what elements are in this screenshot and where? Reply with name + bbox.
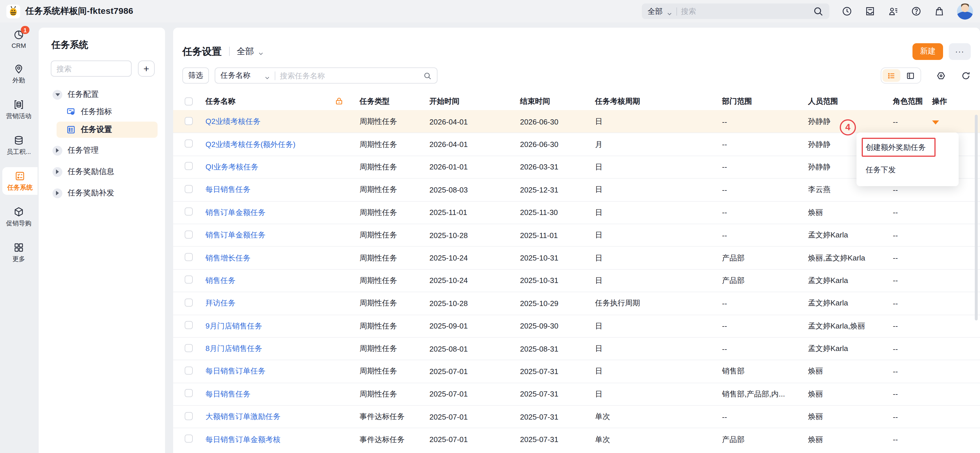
task-name-link[interactable]: 每日销售任务: [205, 185, 250, 194]
rail-item-promo-guide[interactable]: 促销导购: [0, 203, 38, 231]
cell-task-type: 周期性任务: [360, 207, 430, 218]
row-checkbox[interactable]: [185, 321, 193, 329]
table-row[interactable]: 每日销售订单金额考核 事件达标任务 2025-07-01 2025-07-31 …: [173, 428, 980, 451]
row-checkbox[interactable]: [185, 434, 193, 443]
table-row[interactable]: 销售订单金额任务 周期性任务 2025-10-28 2025-11-01 日 -…: [173, 223, 980, 246]
more-actions-button[interactable]: ···: [949, 43, 971, 60]
row-checkbox[interactable]: [185, 208, 193, 216]
rail-label: 更多: [13, 255, 25, 263]
rail-item-marketing[interactable]: 营销活动: [0, 96, 38, 124]
task-name-link[interactable]: 销售订单金额任务: [205, 231, 266, 239]
tree-group-task-reward-reissue[interactable]: 任务奖励补发: [39, 184, 165, 202]
task-name-link[interactable]: Q2业绩考核任务: [205, 117, 261, 126]
tree-item-task-metrics[interactable]: 任务指标: [39, 103, 165, 120]
table-row[interactable]: 每日销售任务 周期性任务 2025-07-01 2025-07-31 日 销售部…: [173, 382, 980, 405]
expand-toggle[interactable]: [52, 90, 62, 100]
expand-toggle[interactable]: [52, 146, 62, 155]
search-icon[interactable]: [813, 6, 824, 17]
table-row[interactable]: 销售增长任务 周期性任务 2025-10-24 2025-10-31 日 产品部…: [173, 246, 980, 269]
expand-toggle[interactable]: [52, 167, 62, 177]
row-checkbox[interactable]: [185, 185, 193, 193]
row-checkbox[interactable]: [185, 344, 193, 352]
table-header: 任务名称 任务类型 开始时间 结束时间 任务考核周期 部门范围 人员范围 角色范…: [173, 92, 980, 110]
row-checkbox[interactable]: [185, 389, 193, 398]
task-name-link[interactable]: 8月门店销售任务: [205, 344, 262, 353]
tree-group-task-management[interactable]: 任务管理: [39, 142, 165, 159]
cell-role-scope: --: [893, 435, 932, 444]
table-row[interactable]: 9月门店销售任务 周期性任务 2025-09-01 2025-09-30 日 -…: [173, 314, 980, 337]
row-checkbox[interactable]: [185, 117, 193, 125]
expand-toggle[interactable]: [52, 188, 62, 198]
cell-start-time: 2025-10-28: [430, 299, 520, 308]
view-scope-dropdown[interactable]: 全部: [237, 46, 264, 57]
settings-gear-icon[interactable]: [936, 71, 946, 81]
task-name-link[interactable]: 销售任务: [205, 276, 235, 285]
tree-label: 任务设置: [81, 125, 112, 135]
page-title: 任务设置: [182, 45, 222, 58]
row-checkbox[interactable]: [185, 367, 193, 375]
rail-item-task-system[interactable]: 任务系统: [2, 167, 38, 195]
select-all-checkbox[interactable]: [185, 97, 193, 105]
sidebar-search[interactable]: [51, 60, 132, 77]
task-name-link[interactable]: 9月门店销售任务: [205, 321, 262, 330]
row-actions-dropdown[interactable]: [932, 120, 939, 124]
task-name-link[interactable]: 每日销售任务: [205, 390, 250, 398]
split-view-button[interactable]: [902, 69, 920, 82]
table-search[interactable]: 任务名称: [215, 67, 438, 84]
row-checkbox[interactable]: [185, 162, 193, 170]
tree-group-task-reward-info[interactable]: 任务奖励信息: [39, 163, 165, 181]
table-row[interactable]: 销售订单金额任务 周期性任务 2025-11-01 2025-11-30 日 -…: [173, 201, 980, 223]
table-row[interactable]: 销售任务 周期性任务 2025-10-24 2025-10-31 日 产品部 孟…: [173, 269, 980, 291]
table-row[interactable]: 每日销售订单任务 周期性任务 2025-07-01 2025-07-31 日 销…: [173, 360, 980, 383]
cell-end-time: 2026-03-31: [520, 163, 595, 171]
table-row[interactable]: Q2业绩考核任务 周期性任务 2026-04-01 2026-06-30 日 -…: [173, 110, 980, 133]
global-search-scope[interactable]: 全部: [648, 6, 663, 16]
history-clock-icon[interactable]: [842, 6, 853, 17]
task-name-link[interactable]: 销售订单金额任务: [205, 208, 266, 217]
rail-item-field-work[interactable]: 外勤: [0, 60, 38, 88]
row-checkbox[interactable]: [185, 253, 193, 261]
task-name-link[interactable]: 拜访任务: [205, 299, 235, 307]
menu-item-create-extra-reward-task[interactable]: 创建额外奖励任务: [862, 138, 935, 157]
help-icon[interactable]: [911, 6, 922, 17]
tree-group-task-config[interactable]: 任务配置: [39, 86, 165, 103]
list-view-button[interactable]: [883, 69, 900, 82]
task-name-link[interactable]: 销售增长任务: [205, 253, 250, 262]
new-button[interactable]: 新建: [913, 43, 943, 60]
task-name-link[interactable]: 每日销售订单任务: [205, 367, 266, 375]
task-name-link[interactable]: Q2业绩考核任务(额外任务): [205, 140, 296, 149]
tree-item-task-settings[interactable]: 任务设置: [57, 122, 158, 138]
app-root: 任务系统样板间-fktest7986 全部: [0, 0, 980, 453]
search-icon[interactable]: [423, 71, 432, 80]
row-checkbox[interactable]: [185, 276, 193, 284]
contacts-icon[interactable]: [888, 6, 899, 17]
global-search-input[interactable]: [681, 7, 808, 16]
inbox-feed-icon[interactable]: [865, 6, 875, 17]
global-search[interactable]: 全部: [642, 3, 829, 19]
rail-item-points[interactable]: 员工积...: [0, 131, 38, 159]
app-store-bag-icon[interactable]: [934, 6, 945, 17]
filter-button[interactable]: 筛选: [182, 67, 209, 84]
user-avatar[interactable]: [957, 3, 973, 19]
search-field-select[interactable]: 任务名称: [221, 70, 250, 81]
table-row[interactable]: 大额销售订单激励任务 事件达标任务 2025-07-01 2025-07-31 …: [173, 405, 980, 428]
row-checkbox[interactable]: [185, 139, 193, 147]
cell-task-type: 周期性任务: [360, 185, 430, 195]
task-name-link[interactable]: 每日销售订单金额考核: [205, 435, 280, 443]
task-name-link[interactable]: 大额销售订单激励任务: [205, 412, 280, 421]
vertical-scrollbar[interactable]: [975, 115, 978, 320]
row-checkbox[interactable]: [185, 299, 193, 307]
row-checkbox[interactable]: [185, 230, 193, 238]
cell-end-time: 2025-10-31: [520, 253, 595, 262]
menu-item-task-dispatch[interactable]: 任务下发: [856, 160, 959, 180]
task-name-link[interactable]: QI业务考核任务: [205, 163, 258, 171]
sidebar-add-button[interactable]: +: [138, 60, 155, 77]
table-row[interactable]: 8月门店销售任务 周期性任务 2025-08-01 2025-08-31 日 -…: [173, 337, 980, 360]
sidebar-search-input[interactable]: [57, 64, 126, 73]
rail-item-more[interactable]: 更多: [0, 239, 38, 266]
row-checkbox[interactable]: [185, 412, 193, 420]
refresh-icon[interactable]: [961, 71, 971, 81]
table-search-input[interactable]: [280, 71, 418, 80]
rail-item-crm[interactable]: CRM 1: [0, 26, 38, 52]
table-row[interactable]: 拜访任务 周期性任务 2025-10-28 2025-10-29 任务执行周期 …: [173, 291, 980, 314]
